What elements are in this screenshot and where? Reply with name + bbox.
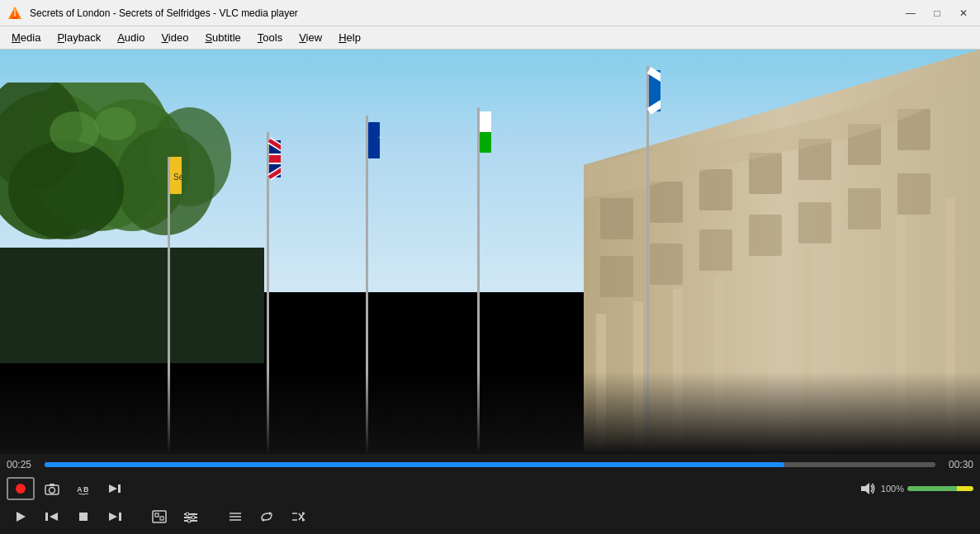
prev-button[interactable]: [38, 505, 66, 528]
buttons-row2: [0, 503, 980, 530]
svg-rect-77: [79, 513, 88, 521]
svg-point-65: [16, 484, 26, 494]
trees: [0, 83, 264, 363]
svg-rect-51: [269, 155, 281, 163]
svg-rect-16: [749, 215, 782, 256]
vlc-icon: [7, 5, 23, 21]
volume-label: 100%: [879, 484, 904, 494]
svg-rect-17: [798, 202, 831, 243]
fullscreen-icon: [152, 510, 167, 523]
stop-button[interactable]: [69, 505, 97, 528]
playlist-button[interactable]: [221, 505, 249, 528]
svg-marker-76: [50, 513, 58, 521]
menu-tools[interactable]: Tools: [249, 28, 291, 47]
svg-rect-38: [0, 248, 264, 363]
time-current: 00:25: [7, 459, 38, 470]
menu-audio[interactable]: Audio: [109, 28, 153, 47]
svg-rect-18: [848, 188, 881, 229]
buttons-row: A B 100%: [0, 474, 980, 503]
frame-advance-icon: [107, 482, 122, 495]
video-bottom-gradient: [0, 371, 980, 454]
svg-rect-8: [699, 169, 732, 210]
svg-marker-79: [109, 513, 117, 521]
svg-rect-6: [600, 198, 633, 239]
title-bar: Secrets of London - Secrets of Selfridge…: [0, 0, 980, 26]
minimize-button[interactable]: —: [901, 5, 921, 21]
loop-icon: [259, 510, 274, 523]
close-button[interactable]: ✕: [954, 5, 973, 21]
volume-icon: [859, 481, 876, 496]
svg-rect-13: [600, 256, 633, 297]
controls-bar: 00:25 00:30 A B: [0, 454, 980, 534]
svg-rect-78: [119, 513, 121, 521]
extended-settings-button[interactable]: [177, 505, 205, 528]
svg-point-67: [50, 488, 55, 494]
volume-track[interactable]: [907, 486, 973, 491]
volume-button[interactable]: [859, 481, 876, 496]
svg-rect-15: [699, 229, 732, 271]
volume-fill-yellow: [957, 486, 973, 491]
svg-rect-19: [897, 173, 930, 215]
window-controls: — □ ✕: [901, 5, 973, 21]
playlist-icon: [228, 510, 243, 523]
volume-fill-green: [907, 486, 957, 491]
svg-point-87: [192, 516, 195, 519]
svg-marker-71: [109, 484, 117, 493]
prev-icon: [45, 510, 59, 523]
svg-marker-74: [17, 512, 26, 522]
svg-marker-99: [302, 518, 305, 522]
menu-bar: Media Playback Audio Video Subtitle Tool…: [0, 26, 980, 50]
svg-point-86: [186, 513, 189, 516]
menu-help[interactable]: Help: [330, 28, 369, 47]
shuffle-button[interactable]: [284, 505, 312, 528]
ab-loop-icon: A B: [75, 482, 92, 495]
window-title: Secrets of London - Secrets of Selfridge…: [30, 7, 901, 19]
next-button[interactable]: [101, 505, 129, 528]
svg-point-37: [95, 107, 136, 140]
record-icon: [14, 482, 27, 495]
svg-text:Selfridges: Selfridges: [173, 172, 182, 182]
svg-point-34: [8, 140, 124, 239]
progress-track[interactable]: [45, 462, 935, 467]
menu-video[interactable]: Video: [153, 28, 196, 47]
next-icon: [107, 510, 122, 523]
menu-view[interactable]: View: [291, 28, 330, 47]
stop-icon: [77, 510, 90, 523]
progress-row: 00:25 00:30: [0, 454, 980, 474]
time-total: 00:30: [942, 459, 973, 470]
loop-button[interactable]: [253, 505, 281, 528]
svg-marker-73: [861, 483, 869, 494]
svg-point-88: [187, 519, 191, 522]
frame-advance-button[interactable]: [101, 477, 129, 500]
menu-media[interactable]: Media: [3, 28, 49, 47]
svg-rect-80: [153, 511, 166, 522]
progress-fill: [45, 462, 784, 467]
menu-playback[interactable]: Playback: [49, 28, 109, 47]
svg-rect-58: [480, 111, 491, 132]
extended-settings-icon: [183, 510, 198, 523]
svg-rect-84: [184, 517, 197, 518]
maximize-button[interactable]: □: [927, 5, 947, 21]
svg-rect-81: [155, 513, 159, 517]
play-icon: [14, 510, 27, 523]
svg-rect-72: [118, 484, 121, 493]
snapshot-button[interactable]: [38, 477, 66, 500]
svg-rect-82: [160, 517, 163, 520]
svg-marker-98: [302, 512, 305, 515]
shuffle-icon: [291, 510, 305, 523]
svg-text:B: B: [83, 485, 89, 494]
video-canvas: Selfridges: [0, 50, 980, 454]
ab-loop-button[interactable]: A B: [69, 477, 97, 500]
svg-text:★★★: ★★★: [377, 130, 380, 147]
fullscreen-button[interactable]: [145, 505, 173, 528]
snapshot-icon: [45, 482, 59, 495]
svg-rect-59: [480, 132, 491, 153]
svg-point-36: [50, 111, 99, 153]
svg-rect-75: [45, 513, 48, 521]
menu-subtitle[interactable]: Subtitle: [196, 28, 249, 47]
svg-rect-2: [12, 17, 18, 19]
record-button[interactable]: [7, 477, 35, 500]
play-button[interactable]: [7, 505, 35, 528]
svg-rect-68: [50, 484, 54, 486]
video-area[interactable]: Selfridges: [0, 50, 980, 454]
